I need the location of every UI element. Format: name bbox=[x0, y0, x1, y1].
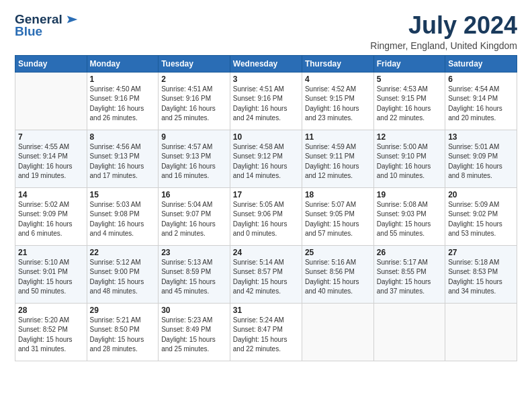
calendar-cell: 21Sunrise: 5:10 AM Sunset: 9:01 PM Dayli… bbox=[15, 245, 87, 303]
calendar-cell bbox=[445, 303, 517, 361]
day-number: 3 bbox=[233, 75, 299, 84]
month-year: July 2024 bbox=[370, 12, 517, 39]
day-info: Sunrise: 4:51 AM Sunset: 9:16 PM Dayligh… bbox=[233, 85, 299, 124]
day-info: Sunrise: 5:04 AM Sunset: 9:07 PM Dayligh… bbox=[161, 200, 227, 239]
day-number: 5 bbox=[377, 75, 442, 84]
day-info: Sunrise: 5:14 AM Sunset: 8:57 PM Dayligh… bbox=[233, 258, 299, 297]
day-info: Sunrise: 5:13 AM Sunset: 8:59 PM Dayligh… bbox=[161, 258, 227, 297]
day-number: 29 bbox=[90, 306, 156, 315]
day-number: 14 bbox=[18, 190, 84, 199]
day-number: 25 bbox=[305, 248, 371, 257]
calendar-cell: 26Sunrise: 5:17 AM Sunset: 8:55 PM Dayli… bbox=[373, 245, 445, 303]
weekday-header-monday: Monday bbox=[87, 55, 159, 72]
day-info: Sunrise: 5:17 AM Sunset: 8:55 PM Dayligh… bbox=[377, 258, 442, 297]
day-info: Sunrise: 4:57 AM Sunset: 9:13 PM Dayligh… bbox=[161, 142, 227, 181]
day-info: Sunrise: 5:08 AM Sunset: 9:03 PM Dayligh… bbox=[377, 200, 442, 239]
calendar-cell: 29Sunrise: 5:21 AM Sunset: 8:50 PM Dayli… bbox=[87, 303, 159, 361]
day-info: Sunrise: 5:05 AM Sunset: 9:06 PM Dayligh… bbox=[233, 200, 299, 239]
logo: General Blue bbox=[15, 12, 79, 39]
day-number: 13 bbox=[448, 132, 514, 142]
svg-marker-0 bbox=[67, 16, 78, 24]
day-number: 22 bbox=[90, 248, 156, 257]
day-info: Sunrise: 4:56 AM Sunset: 9:13 PM Dayligh… bbox=[90, 142, 156, 181]
calendar-cell: 10Sunrise: 4:58 AM Sunset: 9:12 PM Dayli… bbox=[230, 130, 302, 187]
day-number: 6 bbox=[448, 75, 514, 84]
calendar-cell: 13Sunrise: 5:01 AM Sunset: 9:09 PM Dayli… bbox=[445, 130, 517, 187]
day-number: 30 bbox=[161, 306, 227, 315]
day-number: 20 bbox=[448, 190, 514, 199]
calendar-cell: 14Sunrise: 5:02 AM Sunset: 9:09 PM Dayli… bbox=[15, 187, 87, 245]
calendar-cell: 30Sunrise: 5:23 AM Sunset: 8:49 PM Dayli… bbox=[159, 303, 230, 361]
day-info: Sunrise: 5:23 AM Sunset: 8:49 PM Dayligh… bbox=[161, 316, 227, 355]
page: General Blue July 2024 Ringmer, England,… bbox=[0, 0, 532, 411]
day-info: Sunrise: 5:20 AM Sunset: 8:52 PM Dayligh… bbox=[18, 316, 84, 355]
day-number: 28 bbox=[18, 306, 84, 315]
calendar-cell: 2Sunrise: 4:51 AM Sunset: 9:16 PM Daylig… bbox=[159, 72, 230, 130]
day-info: Sunrise: 4:50 AM Sunset: 9:16 PM Dayligh… bbox=[90, 85, 156, 124]
logo-blue: Blue bbox=[15, 24, 42, 39]
calendar-week-row: 14Sunrise: 5:02 AM Sunset: 9:09 PM Dayli… bbox=[15, 187, 517, 245]
title-block: July 2024 Ringmer, England, United Kingd… bbox=[370, 12, 517, 51]
day-number: 23 bbox=[161, 248, 227, 257]
day-info: Sunrise: 4:54 AM Sunset: 9:14 PM Dayligh… bbox=[448, 85, 514, 124]
calendar-cell: 22Sunrise: 5:12 AM Sunset: 9:00 PM Dayli… bbox=[87, 245, 159, 303]
calendar-cell: 17Sunrise: 5:05 AM Sunset: 9:06 PM Dayli… bbox=[230, 187, 302, 245]
day-number: 15 bbox=[90, 190, 156, 199]
day-info: Sunrise: 5:24 AM Sunset: 8:47 PM Dayligh… bbox=[233, 316, 299, 355]
calendar-cell: 16Sunrise: 5:04 AM Sunset: 9:07 PM Dayli… bbox=[159, 187, 230, 245]
calendar: SundayMondayTuesdayWednesdayThursdayFrid… bbox=[15, 55, 517, 361]
day-info: Sunrise: 5:02 AM Sunset: 9:09 PM Dayligh… bbox=[18, 200, 84, 239]
day-info: Sunrise: 5:09 AM Sunset: 9:02 PM Dayligh… bbox=[448, 200, 514, 239]
day-number: 4 bbox=[305, 75, 371, 84]
calendar-cell: 25Sunrise: 5:16 AM Sunset: 8:56 PM Dayli… bbox=[302, 245, 373, 303]
day-number: 7 bbox=[18, 132, 84, 142]
day-number: 31 bbox=[233, 306, 299, 315]
day-number: 18 bbox=[305, 190, 371, 199]
day-number: 26 bbox=[377, 248, 442, 257]
calendar-cell bbox=[373, 303, 445, 361]
calendar-cell: 20Sunrise: 5:09 AM Sunset: 9:02 PM Dayli… bbox=[445, 187, 517, 245]
day-info: Sunrise: 4:59 AM Sunset: 9:11 PM Dayligh… bbox=[305, 142, 371, 181]
calendar-week-row: 21Sunrise: 5:10 AM Sunset: 9:01 PM Dayli… bbox=[15, 245, 517, 303]
day-number: 10 bbox=[233, 132, 299, 142]
day-info: Sunrise: 5:07 AM Sunset: 9:05 PM Dayligh… bbox=[305, 200, 371, 239]
calendar-week-row: 1Sunrise: 4:50 AM Sunset: 9:16 PM Daylig… bbox=[15, 72, 517, 130]
weekday-header-sunday: Sunday bbox=[15, 55, 87, 72]
weekday-header-row: SundayMondayTuesdayWednesdayThursdayFrid… bbox=[15, 55, 517, 72]
day-info: Sunrise: 4:53 AM Sunset: 9:15 PM Dayligh… bbox=[377, 85, 442, 124]
day-info: Sunrise: 5:18 AM Sunset: 8:53 PM Dayligh… bbox=[448, 258, 514, 297]
calendar-cell: 3Sunrise: 4:51 AM Sunset: 9:16 PM Daylig… bbox=[230, 72, 302, 130]
day-number: 8 bbox=[90, 132, 156, 142]
day-number: 2 bbox=[161, 75, 227, 84]
weekday-header-wednesday: Wednesday bbox=[230, 55, 302, 72]
day-number: 16 bbox=[161, 190, 227, 199]
day-number: 27 bbox=[448, 248, 514, 257]
logo-arrow-icon bbox=[64, 15, 79, 24]
calendar-cell: 19Sunrise: 5:08 AM Sunset: 9:03 PM Dayli… bbox=[373, 187, 445, 245]
weekday-header-thursday: Thursday bbox=[302, 55, 373, 72]
day-info: Sunrise: 5:16 AM Sunset: 8:56 PM Dayligh… bbox=[305, 258, 371, 297]
calendar-week-row: 28Sunrise: 5:20 AM Sunset: 8:52 PM Dayli… bbox=[15, 303, 517, 361]
day-info: Sunrise: 5:00 AM Sunset: 9:10 PM Dayligh… bbox=[377, 142, 442, 181]
day-number: 1 bbox=[90, 75, 156, 84]
day-info: Sunrise: 4:52 AM Sunset: 9:15 PM Dayligh… bbox=[305, 85, 371, 124]
calendar-cell: 6Sunrise: 4:54 AM Sunset: 9:14 PM Daylig… bbox=[445, 72, 517, 130]
day-info: Sunrise: 5:03 AM Sunset: 9:08 PM Dayligh… bbox=[90, 200, 156, 239]
calendar-cell bbox=[302, 303, 373, 361]
weekday-header-friday: Friday bbox=[373, 55, 445, 72]
calendar-cell: 8Sunrise: 4:56 AM Sunset: 9:13 PM Daylig… bbox=[87, 130, 159, 187]
calendar-cell: 31Sunrise: 5:24 AM Sunset: 8:47 PM Dayli… bbox=[230, 303, 302, 361]
calendar-cell: 18Sunrise: 5:07 AM Sunset: 9:05 PM Dayli… bbox=[302, 187, 373, 245]
day-number: 21 bbox=[18, 248, 84, 257]
calendar-cell: 28Sunrise: 5:20 AM Sunset: 8:52 PM Dayli… bbox=[15, 303, 87, 361]
location: Ringmer, England, United Kingdom bbox=[370, 40, 517, 51]
day-info: Sunrise: 4:58 AM Sunset: 9:12 PM Dayligh… bbox=[233, 142, 299, 181]
calendar-week-row: 7Sunrise: 4:55 AM Sunset: 9:14 PM Daylig… bbox=[15, 130, 517, 187]
day-number: 24 bbox=[233, 248, 299, 257]
calendar-cell: 4Sunrise: 4:52 AM Sunset: 9:15 PM Daylig… bbox=[302, 72, 373, 130]
calendar-cell: 15Sunrise: 5:03 AM Sunset: 9:08 PM Dayli… bbox=[87, 187, 159, 245]
day-number: 12 bbox=[377, 132, 442, 142]
day-info: Sunrise: 5:10 AM Sunset: 9:01 PM Dayligh… bbox=[18, 258, 84, 297]
calendar-cell: 23Sunrise: 5:13 AM Sunset: 8:59 PM Dayli… bbox=[159, 245, 230, 303]
weekday-header-tuesday: Tuesday bbox=[159, 55, 230, 72]
